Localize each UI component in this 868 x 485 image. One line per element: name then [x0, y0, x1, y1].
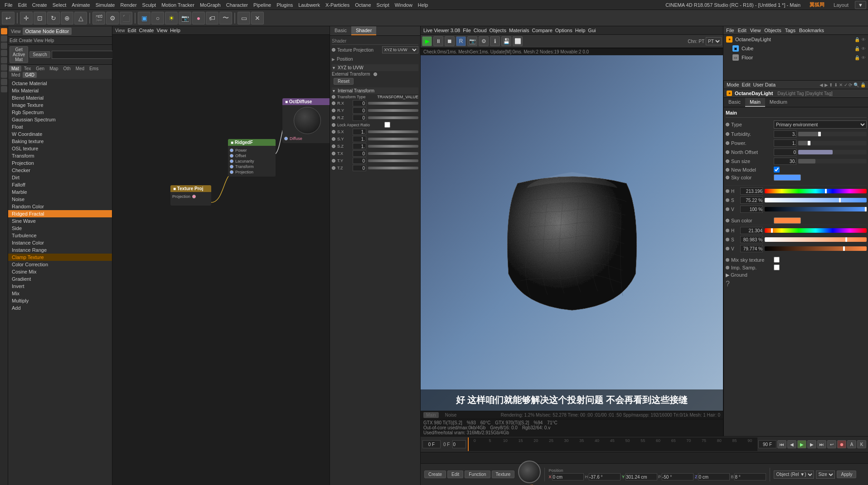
sun-hue-bar[interactable]	[765, 228, 867, 233]
deformer-btn[interactable]: 〜	[219, 12, 232, 24]
left-icon-4[interactable]	[1, 50, 7, 56]
play-btn[interactable]: ▶	[797, 440, 806, 448]
menu-select[interactable]: Select	[50, 1, 69, 9]
tag-btn[interactable]: 🏷	[206, 12, 218, 24]
obj-view-menu[interactable]: View	[750, 28, 761, 33]
timeline-track[interactable]: 0 5 10 15 20 25 30 35 40 45 50	[467, 437, 757, 451]
subtab-tex[interactable]: Tex	[22, 66, 34, 72]
sy-dot[interactable]	[332, 137, 335, 141]
node-item-rgb-spectrum[interactable]: Rgb Spectrum	[8, 109, 112, 116]
node-item-side[interactable]: Side	[8, 225, 112, 232]
left-icon-6[interactable]	[1, 64, 7, 71]
material-btn[interactable]: ●	[192, 12, 205, 24]
projection-input-dot[interactable]	[230, 170, 233, 174]
sky-sat-bar[interactable]	[765, 198, 867, 202]
left-icon-8[interactable]	[1, 79, 7, 85]
node-texture-proj[interactable]: ■ Texture Proj Projection	[170, 185, 211, 206]
apply-btn[interactable]: Apply	[837, 471, 856, 478]
turbidity-slider[interactable]	[798, 132, 867, 136]
lv-menu-gui[interactable]: Gui	[588, 28, 596, 33]
imp-samp-checkbox[interactable]	[774, 264, 780, 270]
rz-slider[interactable]	[368, 116, 418, 119]
subtab-oth[interactable]: Oth	[61, 66, 73, 72]
prev-key-btn[interactable]: ◀	[787, 440, 796, 448]
menu-create[interactable]: Create	[29, 1, 50, 9]
menu-laubwerk[interactable]: Laubwerk	[296, 1, 323, 9]
sun-size-input[interactable]	[774, 158, 796, 165]
attr-basic-tab[interactable]: Basic	[724, 98, 745, 107]
mat-preview-sphere[interactable]	[518, 461, 541, 483]
node-item-transform[interactable]: Transform	[8, 152, 112, 159]
left-icon-2[interactable]	[1, 35, 7, 42]
obj-bookmarks-menu[interactable]: Bookmarks	[799, 28, 824, 33]
y-pos-input[interactable]: 301.24 cm	[626, 473, 657, 480]
subtab-ems[interactable]: Ems	[87, 66, 101, 72]
sz-slider[interactable]	[368, 145, 418, 148]
key-btn[interactable]: K	[857, 440, 866, 448]
search-btn[interactable]: Search	[29, 51, 50, 58]
lv-channel-select[interactable]: PT	[706, 37, 722, 45]
node-item-color-correction[interactable]: Color Correction	[8, 261, 112, 268]
power-input[interactable]	[774, 139, 796, 147]
node-item-dirt[interactable]: Dirt	[8, 174, 112, 181]
transform-input-dot[interactable]	[230, 165, 233, 168]
subtab-mat[interactable]: Mat	[9, 66, 21, 72]
record-btn[interactable]: ⏺	[837, 440, 846, 448]
node-item-gradient[interactable]: Gradient	[8, 275, 112, 283]
z-pos-input[interactable]: 0 cm	[698, 473, 730, 480]
node-item-ridged-fractal[interactable]: Ridged Fractal	[8, 210, 112, 217]
auto-key-btn[interactable]: A	[847, 440, 856, 448]
node-item-instance-range[interactable]: Instance Range	[8, 246, 112, 254]
node-item-float[interactable]: Float	[8, 123, 112, 130]
x-pos-input[interactable]: 0 cm	[552, 473, 584, 480]
playhead[interactable]	[468, 437, 469, 451]
mix-sky-checkbox[interactable]	[774, 257, 780, 263]
menu-script[interactable]: Script	[374, 1, 392, 9]
sz-input[interactable]	[353, 143, 366, 149]
node-item-marble[interactable]: Marble	[8, 188, 112, 196]
node-item-turbulence[interactable]: Turbulence	[8, 232, 112, 239]
sx-dot[interactable]	[332, 130, 335, 134]
rz-dot[interactable]	[332, 116, 335, 120]
node-item-noise[interactable]: Noise	[8, 196, 112, 203]
power-input-dot[interactable]	[230, 149, 233, 152]
ground-label[interactable]: ▶ Ground	[726, 272, 747, 278]
menu-file[interactable]: File	[2, 1, 15, 9]
node-item-gaussian-spectrum[interactable]: Gaussian Spectrum	[8, 116, 112, 123]
reset-btn[interactable]: Reset	[334, 78, 354, 85]
rx-slider[interactable]	[368, 102, 418, 105]
obj-file-menu[interactable]: File	[726, 28, 734, 33]
ry-input[interactable]	[353, 107, 366, 114]
lv-save-btn[interactable]: 💾	[501, 36, 511, 46]
rz-input[interactable]	[353, 115, 366, 121]
lv-pause-btn[interactable]: ⏸	[433, 36, 443, 46]
node-item-multiply[interactable]: Multiply	[8, 297, 112, 304]
function-tab[interactable]: Function	[465, 471, 490, 478]
position-toggle[interactable]: ▶ Position	[332, 56, 418, 62]
node-canvas[interactable]: ■ Texture Proj Projection ■ RidgedF	[112, 35, 330, 484]
object-daylight[interactable]: ☀ OctaneDayLight 🔒 👁	[723, 35, 868, 44]
node-search-input[interactable]	[52, 51, 114, 59]
menu-window[interactable]: Window	[392, 1, 415, 9]
lv-info-btn[interactable]: ℹ	[490, 36, 500, 46]
obj-tags-menu[interactable]: Tags	[785, 28, 795, 33]
sun-val-bar[interactable]	[765, 246, 867, 251]
node-item-mix-material[interactable]: Mix Material	[8, 87, 112, 94]
attr-mode-menu[interactable]: Mode	[727, 82, 739, 87]
texture-tab[interactable]: Texture	[492, 471, 515, 478]
prev-frame-btn[interactable]: ⏮	[777, 440, 786, 448]
left-icon-7[interactable]	[1, 72, 7, 78]
lv-menu-compare[interactable]: Compare	[532, 28, 553, 33]
sx-slider[interactable]	[368, 130, 418, 133]
ne-view-tab[interactable]: View	[157, 28, 168, 33]
sphere-btn[interactable]: ○	[151, 12, 164, 24]
ne-create-tab[interactable]: Create	[139, 28, 154, 33]
new-model-checkbox[interactable]	[774, 167, 780, 173]
node-octdiffuse[interactable]: ■ OctDiffuse Diffuse	[282, 98, 330, 143]
rx-input[interactable]	[353, 100, 366, 106]
loop-btn[interactable]: ↩	[827, 440, 836, 448]
lv-settings-btn[interactable]: ⚙	[479, 36, 489, 46]
ry-dot[interactable]	[332, 109, 335, 112]
node-item-blend-material[interactable]: Blend Material	[8, 94, 112, 101]
ry-slider[interactable]	[368, 109, 418, 112]
